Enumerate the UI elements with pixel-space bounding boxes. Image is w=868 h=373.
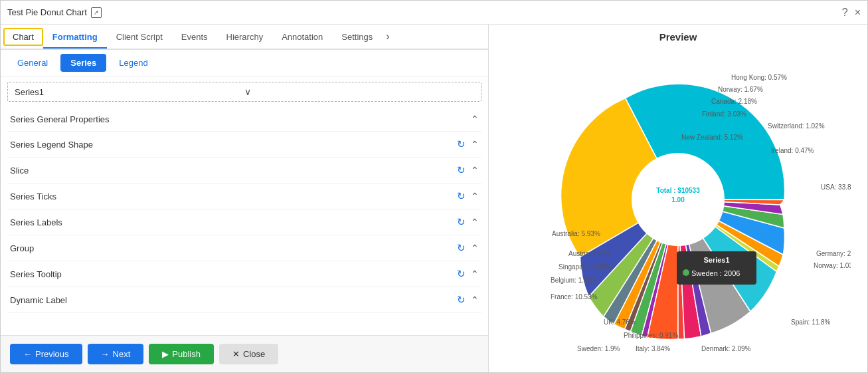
label-sweden: Sweden: 1.9%: [577, 345, 620, 352]
tab-events[interactable]: Events: [172, 27, 217, 49]
label-france: France: 10.53%: [551, 293, 598, 301]
next-arrow-icon: →: [101, 349, 110, 359]
prop-label-general: Series General Properties: [10, 114, 471, 124]
title-bar-left: Test Pie Donut Chart ↗: [7, 7, 102, 18]
label-germany: Germany: 2.04%: [816, 250, 851, 257]
right-panel: Preview: [489, 25, 867, 372]
bottom-bar: ← Previous → Next ▶ Publish ✕ Close: [1, 335, 488, 372]
prop-chevron-group[interactable]: ⌃: [471, 243, 479, 253]
prop-refresh-series-ticks[interactable]: ↻: [457, 190, 466, 202]
prop-chevron-series-ticks[interactable]: ⌃: [471, 191, 479, 201]
window-title: Test Pie Donut Chart: [7, 7, 87, 17]
label-italy: Italy: 3.84%: [636, 345, 670, 352]
prop-row-slice[interactable]: Slice ↻ ⌃: [7, 158, 481, 184]
window-close-button[interactable]: ×: [855, 7, 861, 19]
prop-label-dynamic-label: Dynamic Label: [10, 295, 457, 305]
series-selector[interactable]: Series1 ∨: [7, 82, 481, 102]
prop-chevron-slice[interactable]: ⌃: [471, 165, 479, 176]
prop-row-general[interactable]: Series General Properties ⌃: [7, 107, 481, 132]
prop-refresh-slice[interactable]: ↻: [457, 164, 466, 176]
series-selector-value: Series1: [15, 87, 244, 97]
label-usa: USA: 33.85%: [821, 184, 851, 191]
prop-chevron-general[interactable]: ⌃: [471, 114, 479, 124]
external-link-icon[interactable]: ↗: [91, 7, 102, 18]
previous-button[interactable]: ← Previous: [10, 344, 82, 364]
prop-chevron-series-labels[interactable]: ⌃: [471, 217, 479, 227]
prop-chevron-dynamic-label[interactable]: ⌃: [471, 295, 479, 305]
prop-label-slice: Slice: [10, 166, 457, 176]
tooltip-item-text: Sweden : 2006: [691, 269, 740, 277]
prop-refresh-group[interactable]: ↻: [457, 242, 466, 254]
preview-title: Preview: [659, 31, 697, 43]
next-button[interactable]: → Next: [88, 344, 144, 364]
prop-chevron-legend-shape[interactable]: ⌃: [471, 139, 479, 150]
previous-label: Previous: [35, 349, 69, 359]
prop-refresh-dynamic-label[interactable]: ↻: [457, 294, 466, 306]
label-australia: Australia: 5.93%: [552, 230, 600, 237]
tab-hierarchy[interactable]: Hierarchy: [217, 27, 273, 49]
label-norway-top: Norway: 1.67%: [718, 86, 763, 93]
prop-label-series-labels: Series Labels: [10, 217, 457, 227]
prop-actions-series-tooltip: ↻ ⌃: [457, 268, 479, 280]
prop-row-group[interactable]: Group ↻ ⌃: [7, 235, 481, 261]
prop-actions-general: ⌃: [471, 114, 479, 124]
sub-tab-series[interactable]: Series: [60, 54, 106, 72]
tab-more-icon[interactable]: ›: [382, 28, 393, 45]
close-button[interactable]: ✕ Close: [219, 344, 278, 364]
help-button[interactable]: ?: [842, 7, 848, 19]
close-x-icon: ✕: [232, 349, 240, 359]
prev-arrow-icon: ←: [23, 349, 32, 359]
properties-list: Series General Properties ⌃ Series Legen…: [1, 107, 488, 335]
prop-label-legend-shape: Series Legend Shape: [10, 140, 457, 150]
prop-row-dynamic-label[interactable]: Dynamic Label ↻ ⌃: [7, 287, 481, 313]
label-switzerland: Switzerland: 1.02%: [768, 122, 825, 130]
tab-client-script[interactable]: Client Script: [107, 27, 172, 49]
main-container: Test Pie Donut Chart ↗ ? × Chart Formatt…: [0, 0, 868, 373]
total-label-line1: Total : $10533: [656, 187, 700, 194]
tooltip-dot: [683, 269, 689, 276]
tab-chart[interactable]: Chart: [3, 28, 43, 46]
main-tabs-bar: Chart Formatting Client Script Events Hi…: [1, 25, 488, 50]
donut-chart-svg: Total : $10533 1.00 Hong Kong: 0.57% Nor…: [505, 60, 851, 352]
prop-actions-slice: ↻ ⌃: [457, 164, 479, 176]
title-bar-right: ? ×: [842, 7, 861, 19]
label-spain: Spain: 11.8%: [791, 318, 831, 326]
close-label: Close: [243, 349, 265, 359]
tab-annotation[interactable]: Annotation: [272, 27, 332, 49]
prop-refresh-legend-shape[interactable]: ↻: [457, 138, 466, 150]
prop-row-legend-shape[interactable]: Series Legend Shape ↻ ⌃: [7, 132, 481, 158]
tab-settings[interactable]: Settings: [332, 27, 382, 49]
prop-label-group: Group: [10, 243, 457, 253]
label-denmark: Denmark: 2.09%: [701, 345, 751, 352]
label-singapore: Singapore: 2.62%: [559, 263, 612, 271]
prop-label-series-ticks: Series Ticks: [10, 191, 457, 201]
publish-play-icon: ▶: [162, 349, 169, 359]
content-area: Chart Formatting Client Script Events Hi…: [1, 25, 867, 372]
label-finland: Finland: 3.03%: [702, 110, 746, 118]
sub-tab-legend[interactable]: Legend: [109, 54, 157, 72]
chart-area: Total : $10533 1.00 Hong Kong: 0.57% Nor…: [495, 47, 861, 366]
prop-refresh-series-tooltip[interactable]: ↻: [457, 268, 466, 280]
label-hong-kong: Hong Kong: 0.57%: [731, 74, 787, 81]
prop-actions-legend-shape: ↻ ⌃: [457, 138, 479, 150]
publish-button[interactable]: ▶ Publish: [149, 344, 214, 364]
prop-row-series-ticks[interactable]: Series Ticks ↻ ⌃: [7, 184, 481, 209]
tooltip-series-text: Series1: [703, 256, 729, 264]
sub-tab-general[interactable]: General: [7, 54, 58, 72]
prop-chevron-series-tooltip[interactable]: ⌃: [471, 269, 479, 279]
prop-row-series-tooltip[interactable]: Series Tooltip ↻ ⌃: [7, 261, 481, 287]
prop-label-series-tooltip: Series Tooltip: [10, 269, 457, 279]
label-uk: UK: 4.76%: [604, 318, 636, 326]
prop-row-series-labels[interactable]: Series Labels ↻ ⌃: [7, 209, 481, 235]
label-canada: Canada: 2.18%: [711, 98, 757, 105]
label-austria: Austria: 1.87%: [568, 250, 612, 257]
prop-refresh-series-labels[interactable]: ↻: [457, 216, 466, 228]
label-ireland: Ireland: 0.47%: [771, 147, 814, 154]
left-panel: Chart Formatting Client Script Events Hi…: [1, 25, 489, 372]
label-belgium: Belgium: 1.02%: [551, 277, 597, 284]
next-label: Next: [113, 349, 131, 359]
tab-formatting[interactable]: Formatting: [43, 27, 107, 49]
series-selector-chevron: ∨: [244, 86, 474, 97]
prop-actions-group: ↻ ⌃: [457, 242, 479, 254]
prop-actions-series-labels: ↻ ⌃: [457, 216, 479, 228]
